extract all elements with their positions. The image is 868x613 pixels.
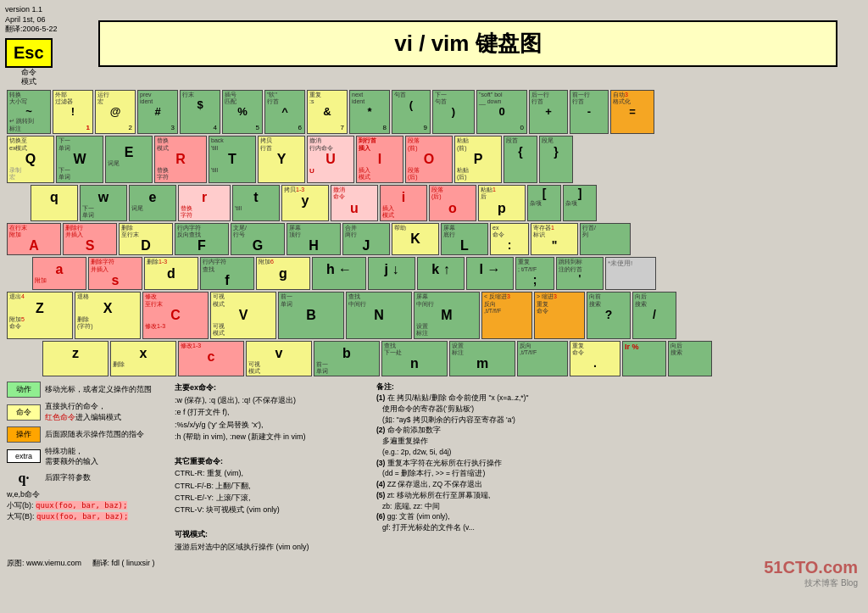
zxcv-row: 退出4 Z 附加5命令 退格 X 删除(字符) 修改至行末 C 修改1-3 可视… <box>7 292 863 339</box>
key-lbrace: 段首 { <box>504 136 537 183</box>
key-comma: 反向,t/T/f/F <box>517 341 568 377</box>
key-gt: > 缩进3 重复命令 <box>534 292 585 339</box>
key-W: 下一单词 W 下一单词 <box>56 136 103 183</box>
key-A: 在行末附加 A <box>7 223 61 256</box>
key-unused: *未使用! <box>605 257 656 290</box>
lowercase-zxcv-row: z x 删除 修改1-3 c v 可视模式 b 前一单词 查找下一处 n 设置标… <box>42 341 863 377</box>
key-m: 设置标注 m <box>449 341 515 377</box>
key-V: 可视模式 V 可视模式 <box>210 292 276 339</box>
key-equals: 自动3格式化 = <box>610 90 654 135</box>
asdf-row: 在行末附加 A 删除行并插入 S 删除至行末 D 行内字符反向查找 F 文尾/行… <box>7 223 863 256</box>
key-E: x E 词尾 <box>105 136 153 183</box>
key-I: 到行首插入 I 插入模式 <box>356 136 403 183</box>
number-row: 转换大小写 ~ ↵ 跳转到标注 外部过滤器 ! 1 运行宏 @ 2 previd… <box>7 90 863 135</box>
page: version 1.1 April 1st, 06 翻译:2006-5-22 E… <box>0 0 868 613</box>
key-O: 段落(前) O 段落(后) <box>405 136 453 183</box>
key-r: r 替换字符 <box>178 185 231 221</box>
key-slash: 向后搜索 / <box>632 292 676 339</box>
key-rbrace: 段尾 } <box>539 136 573 183</box>
key-hash: prevident # 3 <box>137 90 178 135</box>
key-o: 段落(后) o <box>429 185 476 221</box>
key-e: e 词尾 <box>129 185 176 221</box>
key-x: x 删除 <box>110 341 176 377</box>
key-n: 查找下一处 n <box>381 341 448 377</box>
key-T: back'till T 'till <box>209 136 256 183</box>
key-N: 查找中间行 N <box>346 292 412 339</box>
key-search-repeat: 向后搜索 <box>668 341 712 377</box>
key-Y: 拷贝行首 Y <box>258 136 305 183</box>
key-c: 修改1-3 c <box>178 341 244 377</box>
lowercase-asdf-row: a 附加 删除字符并插入 s 删除1-3 d 行内字符查找 f 附加6 g h … <box>32 257 863 290</box>
key-caret: "软"行首 ^ 6 <box>264 90 305 135</box>
key-plus: 后一行行首 + <box>529 90 568 135</box>
key-tilde: 转换大小写 ~ ↵ 跳转到标注 <box>7 90 51 135</box>
key-dot: 重复命令 . <box>570 341 620 377</box>
legend-extra-box: extra <box>7 449 41 463</box>
key-rbracket: ] 杂项 <box>563 185 597 221</box>
key-star: nextident * 8 <box>349 90 390 135</box>
key-s: 删除字符并插入 s <box>88 257 142 290</box>
key-minus: 前一行行首 - <box>570 90 609 135</box>
key-f: 行内字符查找 f <box>200 257 254 290</box>
key-X: 退格 X 删除(字符) <box>75 292 141 339</box>
legend-op-box: 操作 <box>7 426 41 443</box>
key-Q: 切换至ex模式 Q 录制宏 <box>7 136 54 183</box>
key-q: q <box>31 185 78 221</box>
legend-move: 动作 移动光标，或者定义操作的范围 <box>7 382 168 398</box>
key-at: 运行宏 @ 2 <box>95 90 136 135</box>
key-zero: "soft" bol__ down 0 0 <box>476 90 527 135</box>
key-g: 附加6 g <box>256 257 310 290</box>
bottom-section: 动作 移动光标，或者定义操作的范围 命令 直接执行的命令，红色命令进入编辑模式 … <box>7 382 863 552</box>
key-v: v 可视模式 <box>246 341 312 377</box>
key-k: k ↑ <box>417 257 465 290</box>
legend-cmd-box: 命令 <box>7 404 41 421</box>
key-G: 文尾/行号 G <box>231 223 285 256</box>
legend-q: q· 后跟字符参数 <box>7 471 168 486</box>
key-p: 粘贴1后 p <box>478 185 526 221</box>
key-M: 屏幕中间行 M 设置标注 <box>414 292 480 339</box>
key-ir-percent: Ir % <box>622 341 666 377</box>
key-L: 屏幕底行 L <box>441 223 488 256</box>
header: version 1.1 April 1st, 06 翻译:2006-5-22 E… <box>5 5 863 86</box>
notes-column: 备注: (1) 在 拷贝/粘贴/删除 命令前使用 "x (x=a..z,*)" … <box>376 382 614 552</box>
legend-extra: extra 特殊功能，需要额外的输入 <box>7 446 168 467</box>
key-Z: 退出4 Z 附加5命令 <box>7 292 73 339</box>
key-j: j ↓ <box>368 257 415 290</box>
legend-cmd: 命令 直接执行的命令，红色命令进入编辑模式 <box>7 401 168 422</box>
legend-move-box: 动作 <box>7 382 41 398</box>
key-S: 删除行并插入 S <box>63 223 117 256</box>
key-l: l → <box>466 257 514 290</box>
key-J: 合并两行 J <box>342 223 390 256</box>
key-R: 替换模式 R 替换字符 <box>154 136 207 183</box>
key-question: 向前搜索 ? <box>587 292 631 339</box>
version-info: version 1.1 April 1st, 06 翻译:2006-5-22 <box>5 5 81 35</box>
key-D: 删除至行末 D <box>119 223 173 256</box>
ex-commands-column: 主要ex命令: :w (保存), :q (退出), :q! (不保存退出) :e… <box>175 382 370 552</box>
esc-sub: 命令模式 <box>21 68 36 86</box>
legend-column: 动作 移动光标，或者定义操作的范围 命令 直接执行的命令，红色命令进入编辑模式 … <box>7 382 168 552</box>
footer: 原图: www.viemu.com 翻译: fdl ( linuxsir ) <box>7 558 863 569</box>
key-u: 撤消命令 u <box>331 185 378 221</box>
esc-key: Esc <box>5 38 53 68</box>
key-a: a 附加 <box>32 257 86 290</box>
key-i: i 插入模式 <box>380 185 427 221</box>
key-z: z <box>42 341 108 377</box>
key-exclaim: 外部过滤器 ! 1 <box>53 90 93 135</box>
key-h: h ← <box>312 257 366 290</box>
key-K: 帮助 K <box>392 223 439 256</box>
wb-commands: w,e,b命令 小写(b): quux(foo, bar, baz); 大写(B… <box>7 489 168 522</box>
key-enter: 行首/列 <box>580 223 631 256</box>
key-d: 删除1-3 d <box>144 257 198 290</box>
key-amp: 重复:s & 7 <box>307 90 348 135</box>
key-semicolon: 重复; t/T/f/F ; <box>515 257 554 290</box>
key-b: b 前一单词 <box>314 341 380 377</box>
key-lbracket: [ 杂项 <box>527 185 561 221</box>
legend-op: 操作 后面跟随表示操作范围的指令 <box>7 426 168 443</box>
key-lt: < 反缩进3 反向,t/T/f/F <box>481 292 532 339</box>
key-H: 屏幕顶行 H <box>287 223 341 256</box>
key-apostrophe: 跳转到标注的行首 ' <box>556 257 604 290</box>
key-w: w 下一单词 <box>80 185 127 221</box>
key-colon: ex命令 : <box>490 223 529 256</box>
key-percent: 插号匹配 % 5 <box>222 90 263 135</box>
lowercase-qwerty-row: q w 下一单词 e 词尾 r 替换字符 t 'till 拷贝1-3 y 撤消命… <box>31 185 863 221</box>
